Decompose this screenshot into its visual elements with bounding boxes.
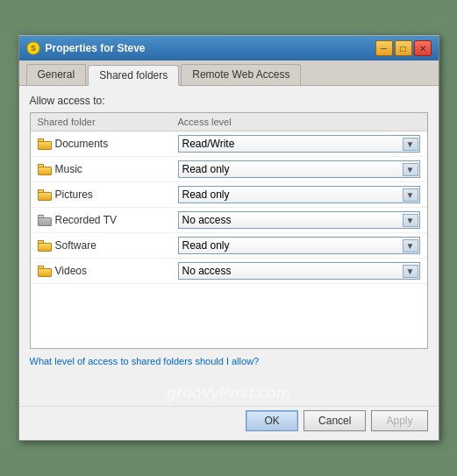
title-bar: S Properties for Steve ─ □ ✕ bbox=[19, 36, 439, 60]
table-row: Recorded TV Read/Write Read only No acce… bbox=[31, 208, 427, 233]
properties-window: S Properties for Steve ─ □ ✕ General Sha… bbox=[18, 35, 439, 441]
access-select-videos[interactable]: Read/Write Read only No access bbox=[178, 262, 420, 280]
watermark: groovyPost.com bbox=[167, 384, 290, 401]
close-button[interactable]: ✕ bbox=[414, 40, 432, 56]
table-row: Documents Read/Write Read only No access… bbox=[31, 131, 427, 157]
tab-bar: General Shared folders Remote Web Access bbox=[19, 60, 439, 86]
help-link[interactable]: What level of access to shared folders s… bbox=[30, 356, 428, 366]
folder-name-documents: Documents bbox=[55, 138, 109, 150]
title-bar-left: S Properties for Steve bbox=[26, 41, 146, 55]
apply-button[interactable]: Apply bbox=[371, 410, 427, 431]
access-cell-pictures: Read/Write Read only No access ▼ bbox=[178, 186, 420, 203]
maximize-button[interactable]: □ bbox=[395, 40, 412, 56]
folder-name-videos: Videos bbox=[55, 265, 87, 277]
select-wrapper-recorded-tv: Read/Write Read only No access ▼ bbox=[178, 211, 420, 229]
access-select-recorded-tv[interactable]: Read/Write Read only No access bbox=[178, 211, 420, 229]
folder-icon-software bbox=[38, 240, 52, 252]
access-select-pictures[interactable]: Read/Write Read only No access bbox=[178, 186, 420, 203]
access-select-documents[interactable]: Read/Write Read only No access bbox=[178, 135, 420, 153]
table-row: Music Read/Write Read only No access ▼ bbox=[31, 157, 427, 182]
folders-table: Shared folder Access level Documents Rea… bbox=[30, 112, 428, 349]
select-wrapper-documents: Read/Write Read only No access ▼ bbox=[178, 135, 420, 153]
select-wrapper-videos: Read/Write Read only No access ▼ bbox=[178, 262, 420, 280]
column-header-access: Access level bbox=[178, 117, 420, 127]
select-wrapper-music: Read/Write Read only No access ▼ bbox=[178, 160, 420, 178]
folder-cell-pictures: Pictures bbox=[38, 188, 178, 201]
table-row: Videos Read/Write Read only No access ▼ bbox=[31, 259, 427, 284]
tab-content: Allow access to: Shared folder Access le… bbox=[19, 86, 439, 384]
folder-name-music: Music bbox=[55, 163, 82, 175]
column-header-folder: Shared folder bbox=[38, 117, 178, 127]
access-cell-videos: Read/Write Read only No access ▼ bbox=[178, 262, 420, 280]
access-select-music[interactable]: Read/Write Read only No access bbox=[178, 160, 420, 178]
folder-cell-recorded-tv: Recorded TV bbox=[38, 214, 178, 226]
access-cell-documents: Read/Write Read only No access ▼ bbox=[178, 135, 420, 153]
cancel-button[interactable]: Cancel bbox=[303, 410, 366, 431]
allow-access-label: Allow access to: bbox=[30, 95, 428, 107]
folder-name-software: Software bbox=[55, 239, 96, 252]
folder-icon-documents bbox=[38, 139, 52, 150]
window-icon: S bbox=[26, 41, 40, 55]
minimize-button[interactable]: ─ bbox=[375, 40, 393, 56]
folder-icon-recorded-tv bbox=[38, 215, 52, 226]
access-select-software[interactable]: Read/Write Read only No access bbox=[178, 237, 420, 254]
tab-general[interactable]: General bbox=[26, 64, 87, 85]
access-cell-software: Read/Write Read only No access ▼ bbox=[178, 237, 420, 254]
folder-icon-videos bbox=[38, 266, 52, 277]
access-cell-recorded-tv: Read/Write Read only No access ▼ bbox=[178, 211, 420, 229]
table-header: Shared folder Access level bbox=[31, 113, 427, 131]
folder-cell-documents: Documents bbox=[38, 138, 178, 150]
folder-name-recorded-tv: Recorded TV bbox=[55, 214, 117, 226]
svg-text:S: S bbox=[30, 44, 35, 53]
folder-name-pictures: Pictures bbox=[55, 188, 93, 201]
tab-shared-folders[interactable]: Shared folders bbox=[88, 65, 179, 86]
tab-remote-web-access[interactable]: Remote Web Access bbox=[181, 64, 301, 85]
folder-cell-software: Software bbox=[38, 239, 178, 252]
table-row: Software Read/Write Read only No access … bbox=[31, 233, 427, 259]
select-wrapper-software: Read/Write Read only No access ▼ bbox=[178, 237, 420, 254]
access-cell-music: Read/Write Read only No access ▼ bbox=[178, 160, 420, 178]
footer: OK Cancel Apply bbox=[19, 406, 439, 440]
ok-button[interactable]: OK bbox=[246, 410, 298, 431]
folder-icon-music bbox=[38, 164, 52, 175]
folder-icon-pictures bbox=[38, 189, 52, 201]
window-title: Properties for Steve bbox=[46, 42, 146, 54]
select-wrapper-pictures: Read/Write Read only No access ▼ bbox=[178, 186, 420, 203]
table-row: Pictures Read/Write Read only No access … bbox=[31, 182, 427, 208]
title-buttons: ─ □ ✕ bbox=[375, 40, 432, 56]
folder-cell-music: Music bbox=[38, 163, 178, 175]
folder-cell-videos: Videos bbox=[38, 265, 178, 277]
